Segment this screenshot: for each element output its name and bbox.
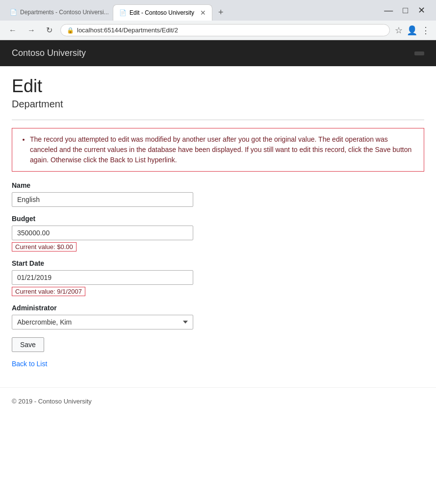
address-field[interactable]: 🔒 localhost:65144/Departments/Edit/2 xyxy=(60,24,390,36)
header-button[interactable] xyxy=(414,51,424,55)
minimize-button[interactable]: — xyxy=(381,4,396,17)
address-text: localhost:65144/Departments/Edit/2 xyxy=(77,26,178,34)
name-group: Name xyxy=(12,181,424,207)
tab-edit[interactable]: 📄 Edit - Contoso University ✕ xyxy=(113,4,212,21)
startdate-label: Start Date xyxy=(12,259,424,267)
bookmark-icon[interactable]: ☆ xyxy=(395,25,403,36)
save-button[interactable]: Save xyxy=(12,337,44,352)
budget-input[interactable] xyxy=(12,226,193,240)
address-actions: ☆ 👤 ⋮ xyxy=(395,25,430,36)
profile-icon[interactable]: 👤 xyxy=(407,25,417,36)
forward-nav-button[interactable]: → xyxy=(25,24,38,37)
browser-chrome: 📄 Departments - Contoso Universi... ✕ 📄 … xyxy=(0,0,436,40)
name-input[interactable] xyxy=(12,192,193,207)
tab-bar: 📄 Departments - Contoso Universi... ✕ 📄 … xyxy=(0,0,436,21)
tab-edit-icon: 📄 xyxy=(119,9,127,16)
page-subtitle: Department xyxy=(12,99,424,110)
error-message: The record you attempted to edit was mod… xyxy=(30,134,416,165)
error-list: The record you attempted to edit was mod… xyxy=(20,134,416,165)
menu-icon[interactable]: ⋮ xyxy=(421,25,430,36)
address-bar: ← → ↻ 🔒 localhost:65144/Departments/Edit… xyxy=(0,21,436,40)
back-to-list-link[interactable]: Back to List xyxy=(12,360,47,368)
administrator-select[interactable]: Abercrombie, KimFakhouri, FadiHarui, Rog… xyxy=(12,315,193,329)
startdate-current-value: Current value: 9/1/2007 xyxy=(12,287,85,296)
new-tab-button[interactable]: + xyxy=(213,4,229,21)
edit-form: Name Budget Current value: $0.00 Start D… xyxy=(12,181,424,352)
tab-departments[interactable]: 📄 Departments - Contoso Universi... ✕ xyxy=(4,4,112,20)
tab-departments-label: Departments - Contoso Universi... xyxy=(20,9,109,16)
startdate-group: Start Date Current value: 9/1/2007 xyxy=(12,259,424,296)
footer: © 2019 - Contoso University xyxy=(0,387,436,415)
name-label: Name xyxy=(12,181,424,189)
budget-label: Budget xyxy=(12,215,424,223)
divider xyxy=(12,120,424,120)
close-button[interactable]: ✕ xyxy=(415,4,428,17)
budget-group: Budget Current value: $0.00 xyxy=(12,215,424,252)
app-title: Contoso University xyxy=(12,48,86,58)
tab-edit-label: Edit - Contoso University xyxy=(129,9,194,16)
app-header: Contoso University xyxy=(0,40,436,66)
reload-button[interactable]: ↻ xyxy=(43,24,55,37)
footer-text: © 2019 - Contoso University xyxy=(12,398,92,405)
secure-icon: 🔒 xyxy=(67,27,74,34)
back-nav-button[interactable]: ← xyxy=(6,24,20,37)
tab-departments-icon: 📄 xyxy=(10,9,17,16)
tab-edit-close[interactable]: ✕ xyxy=(200,9,206,17)
budget-current-value: Current value: $0.00 xyxy=(12,242,77,252)
administrator-label: Administrator xyxy=(12,304,424,312)
window-controls: — □ ✕ xyxy=(381,4,432,21)
main-content: Edit Department The record you attempted… xyxy=(0,66,436,387)
startdate-input[interactable] xyxy=(12,270,193,285)
form-actions: Save xyxy=(12,337,424,352)
administrator-group: Administrator Abercrombie, KimFakhouri, … xyxy=(12,304,424,329)
error-box: The record you attempted to edit was mod… xyxy=(12,128,424,172)
maximize-button[interactable]: □ xyxy=(400,4,411,17)
page-title: Edit xyxy=(12,76,424,97)
